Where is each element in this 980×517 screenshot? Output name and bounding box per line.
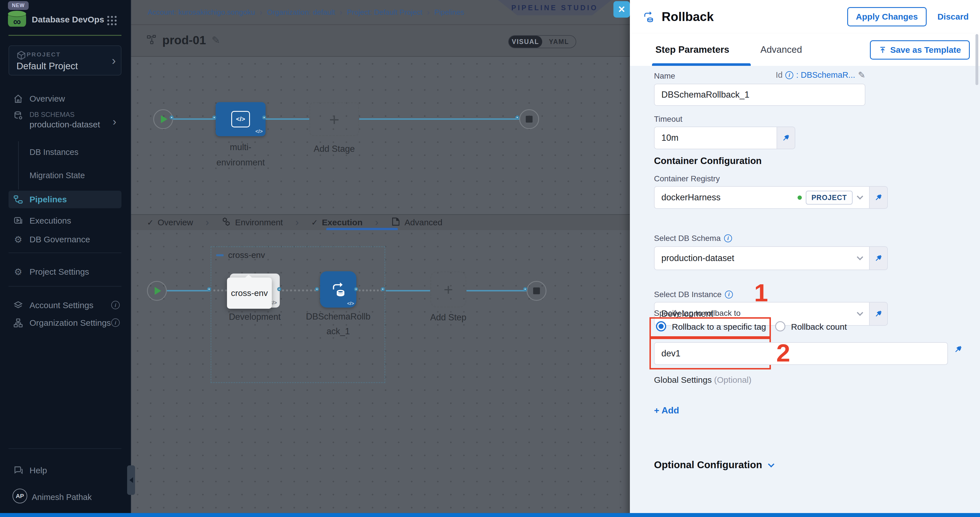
id-label: Id [776, 70, 783, 80]
tab-advanced[interactable]: Advanced [391, 217, 442, 228]
sidebar-item-db-schemas[interactable]: DB SCHEMAS production-dataset › [8, 110, 121, 134]
stage-canvas[interactable]: </> </> + multi-environment Add Stage ✓ … [131, 57, 630, 513]
sidebar-item-account-settings[interactable]: Account Settings [8, 297, 121, 314]
sidebar-item-label: Organization Settings [30, 318, 111, 328]
tab-step-parameters[interactable]: Step Parameters [655, 44, 729, 55]
add-step-button[interactable]: + [430, 271, 466, 308]
sidebar-item-db-governance[interactable]: ⚙ DB Governance [8, 231, 121, 248]
sidebar-item-overview[interactable]: Overview [8, 90, 121, 107]
optional-configuration-toggle[interactable]: Optional Configuration [654, 459, 773, 471]
radio-specific-tag-label[interactable]: Rollback to a specific tag [672, 322, 766, 332]
pin-icon [874, 309, 883, 318]
database-devops-logo-icon[interactable]: ∞ [8, 11, 26, 29]
tag-value-input[interactable] [654, 342, 948, 365]
collapse-minus-icon[interactable] [216, 254, 224, 256]
tab-advanced-panel[interactable]: Advanced [760, 44, 802, 55]
drawer-title: Rollback [662, 10, 714, 24]
instance-pin-button[interactable] [870, 302, 888, 326]
toggle-yaml[interactable]: YAML [542, 36, 576, 48]
drawer-scrollbar[interactable] [975, 34, 978, 85]
pipeline-start-node [153, 109, 173, 129]
id-row: Id i : DBSchemaR... ✎ [654, 70, 865, 80]
step-node-dbschemarollback[interactable]: </> [320, 271, 356, 308]
user-name[interactable]: Animesh Pathak [32, 493, 92, 502]
sidebar-item-help[interactable]: Help [8, 462, 121, 479]
chevron-right-icon: › [259, 7, 262, 17]
tab-overview[interactable]: ✓ Overview [147, 218, 193, 227]
schema-pin-button[interactable] [870, 246, 888, 270]
pipelines-icon [13, 194, 23, 205]
timeout-input[interactable] [654, 127, 777, 149]
db-schema-select[interactable]: production-dataset [654, 246, 870, 270]
connector [466, 290, 527, 291]
select-db-schema-label: Select DB Schemai [654, 234, 732, 243]
sidebar-item-db-instances[interactable]: DB Instances [30, 148, 78, 157]
container-registry-field[interactable]: dockerHarness PROJECT [654, 186, 870, 209]
sidebar-item-project-settings[interactable]: ⚙ Project Settings [8, 263, 121, 280]
sidebar-divider [8, 286, 121, 286]
upload-icon [879, 46, 887, 54]
breadcrumb-account[interactable]: Account: kurosakiichigo.songoku [148, 8, 255, 17]
sidebar-item-label: DB SCHEMAS production-dataset [30, 111, 100, 129]
registry-pin-button[interactable] [870, 186, 888, 209]
new-badge: NEW [8, 1, 29, 10]
sidebar-item-executions[interactable]: Executions [8, 212, 121, 229]
close-drawer-button[interactable]: ✕ [613, 1, 630, 17]
timeout-pin-button[interactable] [777, 127, 795, 149]
project-selector[interactable]: PROJECT Default Project › [8, 45, 121, 75]
toggle-visual[interactable]: VISUAL [509, 36, 542, 48]
brand-divider [8, 35, 121, 36]
sidebar-item-label: Pipelines [30, 195, 67, 204]
schema-value: production-dataset [661, 253, 734, 263]
close-icon: ✕ [618, 4, 625, 15]
rollback-title-icon [641, 10, 655, 24]
group-header[interactable]: cross-env [216, 250, 265, 260]
edit-pipeline-icon[interactable]: ✎ [212, 34, 220, 46]
sidebar-divider [8, 448, 121, 449]
radio-rollback-count[interactable] [775, 321, 785, 331]
sidebar-divider [8, 253, 121, 253]
layers-icon [13, 300, 23, 310]
radio-rollback-count-label[interactable]: Rollback count [791, 322, 847, 332]
info-icon[interactable]: i [725, 291, 733, 299]
step-config-drawer: Rollback Apply Changes Discard Step Para… [630, 0, 980, 517]
check-icon: ✓ [147, 218, 153, 227]
pin-icon [874, 254, 883, 263]
chevron-down-icon [857, 310, 863, 316]
sidebar-item-migration-state[interactable]: Migration State [30, 171, 85, 180]
connector-status-dot [797, 196, 802, 200]
edit-id-icon[interactable]: ✎ [858, 70, 865, 80]
custom-stage-icon: </> [231, 111, 250, 127]
radio-specific-tag[interactable] [656, 321, 666, 331]
breadcrumb: Account: kurosakiichigo.songoku › Organi… [148, 7, 464, 17]
stage-node-multi-environment[interactable]: </> </> [216, 102, 266, 136]
add-global-setting-link[interactable]: + Add [654, 405, 679, 416]
chevron-down-icon [857, 254, 863, 261]
info-icon: i [111, 301, 120, 309]
apply-changes-button[interactable]: Apply Changes [847, 7, 927, 26]
add-stage-button[interactable]: + [309, 102, 359, 136]
tab-environment[interactable]: Environment [221, 217, 283, 228]
breadcrumb-organization[interactable]: Organization: default [267, 8, 335, 17]
user-avatar[interactable]: AP [13, 488, 27, 503]
breadcrumb-project[interactable]: Project: Default Project [347, 8, 422, 17]
scope-badge: PROJECT [806, 191, 853, 205]
sidebar-item-pipelines[interactable]: Pipelines [8, 191, 121, 208]
info-icon[interactable]: i [785, 71, 793, 79]
tab-execution[interactable]: ✓ Execution [311, 218, 363, 227]
sidebar-item-organization-settings[interactable]: Organization Settings [8, 314, 121, 331]
tag-pin-button[interactable] [953, 345, 963, 355]
sidebar-item-label: DB Governance [30, 235, 90, 244]
info-icon[interactable]: i [724, 234, 732, 242]
breadcrumb-page[interactable]: Pipelines [434, 8, 465, 17]
code-badge-icon: </> [255, 129, 263, 135]
module-grid-icon[interactable] [107, 16, 117, 25]
name-input[interactable] [654, 84, 865, 106]
discard-link[interactable]: Discard [937, 12, 969, 22]
save-as-template-button[interactable]: Save as Template [870, 40, 970, 60]
step-parameters-form: Name Id i : DBSchemaR... ✎ Timeout Conta… [630, 66, 980, 513]
sidebar-collapse-handle[interactable] [127, 465, 135, 495]
app-title: Database DevOps [32, 15, 104, 24]
optional-hint: (Optional) [714, 375, 752, 385]
port [515, 116, 519, 119]
